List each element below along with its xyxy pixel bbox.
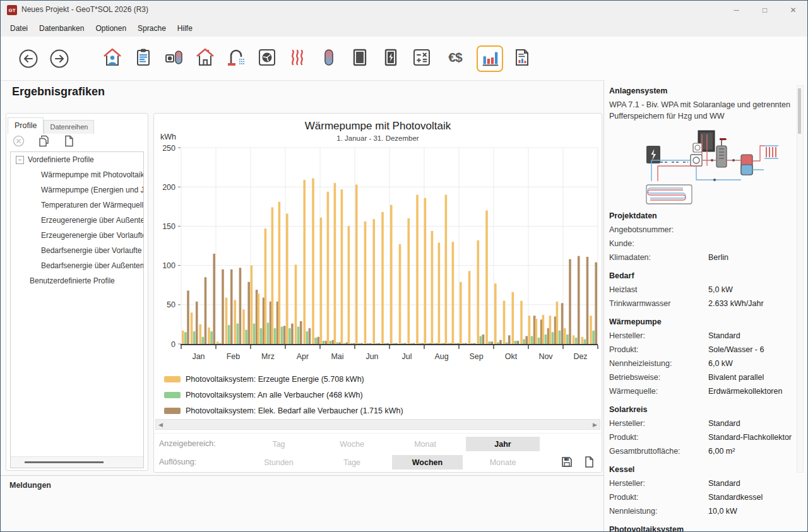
menu-item-hilfe[interactable]: Hilfe [172,24,198,33]
info-label: Nennheizleistung: [609,359,708,368]
info-value: Bivalent parallel [708,373,764,382]
system-description: WPA 7.1 - Biv. WPA mit Solaranlage und g… [609,99,799,122]
economy-icon[interactable]: €$ [441,45,470,69]
svg-text:Okt: Okt [505,352,518,361]
info-label: Gesamtbruttofläche: [609,447,708,456]
section-title-photovoltaiksystem: Photovoltaiksystem [609,523,799,532]
tab-datenreihen[interactable]: Datenreihen [44,120,94,134]
hot-water-icon[interactable] [224,45,248,69]
legend-item: Photovoltaiksystem: An alle Verbaucher (… [164,387,403,403]
economy-symbol: €$ [448,50,461,65]
resolution-option-monate[interactable]: Monate [473,455,533,470]
info-value: Standardkessel [708,493,763,502]
legend-label: Photovoltaiksystem: An alle Verbaucher (… [186,391,363,399]
info-row: Wärmequelle:Erdwärmekollektoren [609,384,799,398]
deselect-icon[interactable] [13,135,25,150]
tree-item-bedarfsenergie-ber-au-entem[interactable]: Bedarfsenergie über Außentem [11,258,143,273]
report-icon[interactable] [510,45,534,69]
battery-icon[interactable] [379,45,403,69]
tree-item-w-rmepumpe-mit-photovoltaik[interactable]: Wärmepumpe mit Photovoltaik [11,167,143,182]
minimize-icon[interactable]: ─ [722,1,751,20]
pv-module-icon[interactable] [348,45,372,69]
new-profile-icon[interactable] [63,135,75,150]
chart-horizontal-scrollbar[interactable]: ◀ ▶ [155,419,600,430]
resolution-option-wochen[interactable]: Wochen [392,455,463,470]
section-title-bedarf: Bedarf [609,269,799,283]
tree-root-label: Vordefinierte Profile [28,155,94,164]
heat-pump-icon[interactable] [162,45,186,69]
info-row: Heizlast5,0 kW [609,283,799,297]
heating-icon[interactable] [286,45,310,69]
legend-label: Photovoltaiksystem: Elek. Bedarf alle Ve… [186,406,403,415]
right-panel-scrollbar[interactable] [797,85,804,473]
tree-scroll-thumb[interactable] [25,461,104,463]
info-label: Nennleistung: [609,507,708,516]
svg-text:Mrz: Mrz [261,352,275,361]
info-row: Produkt:Standardkessel [609,490,799,504]
close-icon[interactable]: ✕ [779,1,807,20]
legend-item: Photovoltaiksystem: Erzeugte Energie (5.… [164,371,403,387]
resolution-selector: Auflösung:StundenTageWochenMonate [154,453,602,471]
result-graphs-icon[interactable] [477,45,503,72]
right-panel-scroll-thumb[interactable] [798,88,801,134]
menu-item-datenbanken[interactable]: Datenbanken [33,24,90,33]
tree-item-erzeugerenergie-ber-vorlaufte[interactable]: Erzeugerenergie über Vorlaufte [11,228,143,243]
app-logo-icon: GT [7,5,17,15]
info-label: Hersteller: [609,331,708,340]
section-title-kessel: Kessel [609,463,799,476]
info-value: 5,0 kW [708,285,733,294]
legend-swatch-icon [164,392,181,398]
menu-item-datei[interactable]: Datei [4,24,33,33]
info-label: Wärmequelle: [609,387,708,396]
chart-panel: Wärmepumpe mit Photovoltaik 1. Januar - … [153,113,602,473]
info-label: Klimadaten: [609,253,708,262]
tree-horizontal-scrollbar[interactable] [11,456,143,468]
range-option-tag[interactable]: Tag [249,437,309,451]
collapse-icon[interactable]: − [16,156,24,164]
tree-item-bedarfsenergie-ber-vorlaufte[interactable]: Bedarfsenergie über Vorlaufte [11,243,143,258]
app-window: GT Neues Projekt - GeoT*SOL 2026 (R3) ─ … [0,0,808,532]
info-label: Produkt: [609,345,708,354]
resolution-option-stunden[interactable]: Stunden [249,455,309,470]
forward-icon[interactable] [47,47,71,71]
storage-tank-icon[interactable] [317,45,341,69]
resolution-label: Auflösung: [159,458,196,466]
messages-panel: Meldungen [1,475,603,532]
resolution-option-tage[interactable]: Tage [322,455,382,470]
info-value: 6,0 kW [708,359,733,368]
consumer-icon[interactable] [100,45,124,69]
scroll-left-icon[interactable]: ◀ [156,420,165,429]
info-row: Nennheizleistung:6,0 kW [609,357,799,370]
info-label: Angebotsnummer: [609,225,708,234]
tab-profile[interactable]: Profile [8,117,44,134]
calculation-icon[interactable] [410,45,434,69]
building-icon[interactable] [193,45,217,69]
svg-text:200: 200 [162,183,175,192]
tree-item-erzeugerenergie-ber-au-ente[interactable]: Erzeugerenergie über Außente [11,213,143,228]
tree-group-root[interactable]: −Vordefinierte Profile [11,152,143,167]
info-row: Angebotsnummer: [609,223,799,237]
load-profile-icon[interactable] [131,45,155,69]
range-option-jahr[interactable]: Jahr [466,437,540,451]
ventilation-icon[interactable] [255,45,279,69]
svg-text:Sep: Sep [469,352,483,361]
svg-text:Dez: Dez [573,352,587,361]
info-value: Berlin [708,253,728,262]
info-label: Produkt: [609,493,708,502]
range-option-monat[interactable]: Monat [395,437,455,451]
range-option-woche[interactable]: Woche [322,437,382,451]
svg-text:50: 50 [167,300,175,309]
svg-text:Mai: Mai [331,352,343,361]
back-icon[interactable] [16,47,40,71]
tree-item-temperaturen-der-w-rmequell[interactable]: Temperaturen der Wärmequell [11,198,143,213]
scroll-right-icon[interactable]: ▶ [590,420,600,429]
copy-profile-icon[interactable] [38,135,50,150]
info-value: 10,0 kW [708,507,737,516]
tree-item-w-rmepumpe-energien-und-j[interactable]: Wärmepumpe (Energien und J [11,182,143,198]
menu-item-sprache[interactable]: Sprache [132,24,172,33]
info-label: Hersteller: [609,419,708,428]
menu-item-optionen[interactable]: Optionen [90,24,132,33]
maximize-icon[interactable]: □ [751,1,779,20]
info-row: Kunde: [609,237,799,251]
tree-group-benutzerdefinierte-profile[interactable]: Benutzerdefinierte Profile [11,273,143,288]
